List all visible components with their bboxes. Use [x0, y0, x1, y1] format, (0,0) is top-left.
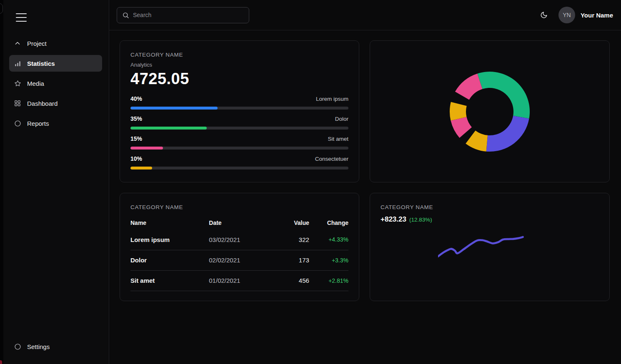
donut-segment-pink [451, 117, 472, 137]
star-icon [14, 80, 21, 87]
donut-segment-pink-2 [455, 73, 483, 100]
donut-segment-green [477, 72, 530, 119]
cell-date: 01/02/2021 [209, 270, 274, 291]
cell-value: 456 [274, 270, 309, 291]
column-header-name: Name [130, 216, 209, 229]
progress-fill [130, 107, 218, 110]
card-category-label: CATEGORY NAME [130, 52, 348, 58]
red-accent-speck [0, 360, 2, 364]
card-category-label: CATEGORY NAME [130, 204, 348, 210]
topbar-right: YN Your Name [538, 7, 613, 23]
column-header-change: Change [309, 216, 348, 229]
progress-bar-row: 10%Consectetuer [130, 155, 348, 170]
sidebar-item-statistics[interactable]: Statistics [9, 55, 102, 72]
hamburger-icon [16, 13, 27, 14]
progress-fill [130, 127, 207, 130]
avatar[interactable]: YN [558, 7, 575, 23]
cell-change: +2.81% [309, 270, 348, 291]
bar-chart-icon [14, 60, 21, 67]
search-input[interactable] [133, 12, 244, 18]
donut-segment-yellow [466, 130, 488, 151]
sidebar-item-label: Settings [27, 343, 50, 350]
progress-bar-row: 35%Dolor [130, 115, 348, 130]
avatar-initials: YN [563, 12, 571, 18]
search-box[interactable] [117, 7, 249, 23]
topbar: YN Your Name [109, 0, 621, 30]
cell-name: Lorem ipsum [130, 229, 209, 250]
progress-track [130, 147, 348, 150]
table-card: CATEGORY NAME NameDateValueChange Lorem … [120, 193, 359, 301]
trend-value: +823.23 [381, 215, 406, 224]
trend-line-path [438, 237, 523, 257]
sidebar-item-label: Dashboard [27, 100, 58, 107]
progress-track [130, 127, 348, 130]
sidebar-item-reports[interactable]: Reports [9, 115, 102, 132]
window-edge-strip [0, 0, 3, 364]
trend-summary: +823.23 (12.83%) [381, 215, 599, 224]
cell-name: Dolor [130, 250, 209, 270]
progress-label: Consectetuer [315, 156, 348, 162]
progress-bar-row: 40%Lorem ipsum [130, 95, 348, 110]
column-header-date: Date [209, 216, 274, 229]
sidebar-item-media[interactable]: Media [9, 75, 102, 92]
cell-date: 03/02/2021 [209, 229, 274, 250]
theme-toggle-button[interactable] [538, 10, 549, 20]
chevron-up-icon [14, 40, 21, 47]
grid-icon [14, 100, 21, 107]
cell-value: 173 [274, 250, 309, 270]
sidebar-item-label: Statistics [27, 60, 55, 67]
sidebar-item-settings[interactable]: Settings [9, 338, 102, 355]
table-row: Dolor02/02/2021173+3.3% [130, 250, 348, 270]
progress-track [130, 107, 348, 110]
progress-bar-row: 15%Sit amet [130, 135, 348, 150]
main-area: YN Your Name CATEGORY NAME Analytics 472… [109, 0, 621, 364]
trend-change: (12.83%) [409, 217, 432, 223]
cell-value: 322 [274, 229, 309, 250]
sidebar-nav: Project StatisticsMediaDashboardReports [9, 35, 102, 132]
sidebar-item-dashboard[interactable]: Dashboard [9, 95, 102, 112]
card-category-label: CATEGORY NAME [381, 204, 599, 210]
sidebar-footer: Settings [9, 338, 102, 358]
progress-bar-list: 40%Lorem ipsum35%Dolor15%Sit amet10%Cons… [130, 95, 348, 170]
dashboard-content: CATEGORY NAME Analytics 4725.05 40%Lorem… [109, 30, 621, 301]
progress-label: Dolor [335, 116, 348, 122]
table-row: Lorem ipsum03/02/2021322+4.33% [130, 229, 348, 250]
moon-icon [540, 11, 548, 19]
progress-label: Sit amet [328, 136, 348, 142]
sidebar-item-label: Media [27, 80, 44, 87]
cell-change: +4.33% [309, 229, 348, 250]
sidebar-group-project[interactable]: Project [9, 35, 102, 52]
progress-fill [130, 167, 152, 170]
analytics-subtitle: Analytics [130, 62, 348, 68]
progress-percent: 10% [130, 155, 142, 162]
progress-percent: 40% [130, 95, 142, 102]
cell-change: +3.3% [309, 250, 348, 270]
column-header-value: Value [274, 216, 309, 229]
table-header-row: NameDateValueChange [130, 216, 348, 229]
cell-name: Sit amet [130, 270, 209, 291]
donut-chart [446, 68, 533, 155]
hamburger-icon [16, 21, 27, 22]
data-table: NameDateValueChange Lorem ipsum03/02/202… [130, 216, 348, 291]
trend-card: CATEGORY NAME +823.23 (12.83%) [370, 193, 610, 301]
circle-icon [14, 120, 21, 127]
donut-segment-purple [486, 115, 529, 151]
sidebar-item-label: Reports [27, 120, 49, 127]
sidebar: Project StatisticsMediaDashboardReports … [0, 0, 109, 364]
donut-chart-card [370, 40, 610, 182]
progress-label: Lorem ipsum [316, 96, 348, 102]
cell-date: 02/02/2021 [209, 250, 274, 270]
line-chart [438, 232, 526, 259]
analytics-total: 4725.05 [130, 70, 348, 88]
progress-fill [130, 147, 163, 150]
user-name[interactable]: Your Name [581, 12, 613, 19]
table-row: Sit amet01/02/2021456+2.81% [130, 270, 348, 291]
progress-track [130, 167, 348, 170]
hamburger-icon [16, 17, 27, 18]
offscreen-element-sliver [0, 3, 3, 14]
sidebar-group-label: Project [27, 40, 47, 47]
menu-toggle-button[interactable] [16, 13, 27, 22]
circle-icon [14, 343, 21, 350]
progress-percent: 15% [130, 135, 142, 142]
sidebar-items: StatisticsMediaDashboardReports [9, 55, 102, 132]
